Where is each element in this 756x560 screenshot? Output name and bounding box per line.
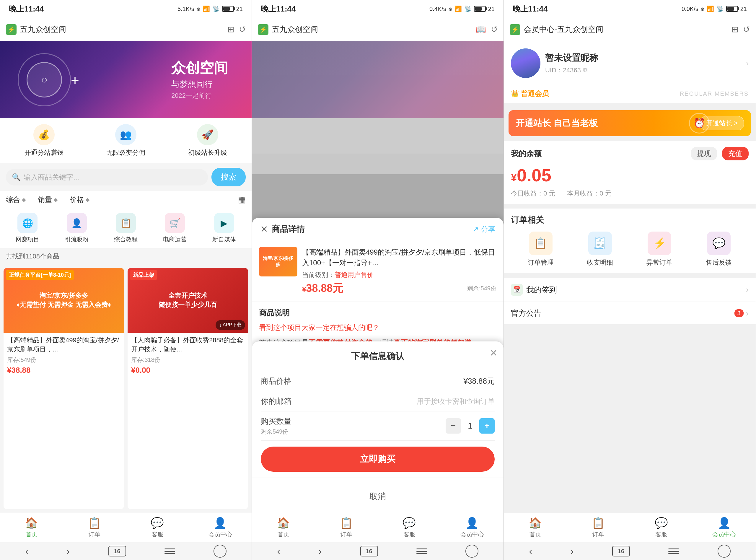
price-value: 38.88元 [306, 282, 343, 294]
battery-pct-1: 21 [236, 6, 243, 13]
refresh-icon[interactable]: ↺ [239, 24, 246, 34]
nav-home-3[interactable]: 🏠 首页 [504, 517, 567, 538]
back-btn-1[interactable]: ‹ [25, 546, 28, 557]
hero-banner: ○ + 众创空间 与梦想同行 2022一起前行 [0, 41, 252, 118]
app-download-btn[interactable]: ↓ APP下载 [216, 320, 245, 330]
refresh-icon-2[interactable]: ↺ [491, 24, 497, 34]
bar-icons-3[interactable]: ⊞ ↺ [732, 24, 750, 34]
order-close-btn[interactable]: ✕ [490, 347, 497, 359]
nav-home-2[interactable]: 🏠 首页 [252, 517, 315, 538]
after-sale-item[interactable]: 💬 售后反馈 [706, 232, 732, 267]
balance-label: 我的余额 [511, 148, 542, 159]
address-bar-3: ⚡ 会员中心-五九众创空间 ⊞ ↺ [504, 18, 756, 41]
grid-view-icon[interactable]: ▦ [238, 195, 246, 204]
cat-meiti-label: 新自媒体 [212, 235, 236, 243]
forward-btn-1[interactable]: › [67, 546, 70, 557]
cat-jiaocheng[interactable]: 📋 综合教程 [101, 213, 150, 243]
abnormal-order-icon: ⚡ [648, 232, 671, 255]
search-icon: 🔍 [12, 173, 21, 181]
balance-section: 我的余额 提现 充值 ¥0.05 今日收益：0 元 本月收益：0 元 [504, 141, 756, 204]
status-icons-2: 0.4K/s ⎈ 📶 📡 21 [429, 5, 495, 13]
product-card-2[interactable]: 新品上架 全套开户技术随便接一单少少几百 ↓ APP下载 【人肉骗子必备】外面收… [127, 268, 248, 509]
time-3: 晚上11:44 [513, 4, 548, 14]
action-upgrade[interactable]: 🚀 初级站长升级 [167, 124, 249, 157]
cat-wangzhuan-label: 网赚项目 [16, 235, 39, 243]
banner-circle-inner: ○ [26, 62, 62, 98]
back-btn-2[interactable]: ‹ [277, 546, 280, 557]
qty-minus-btn[interactable]: − [446, 418, 461, 434]
cancel-button[interactable]: 取消 [258, 486, 497, 507]
bookmark-icon-3[interactable]: ⊞ [732, 24, 738, 34]
nav-home-1[interactable]: 🏠 首页 [0, 517, 63, 538]
battery-pct-3: 21 [740, 6, 747, 13]
modal-title-row: ✕ 商品详情 [260, 224, 305, 235]
nav-member-2[interactable]: 👤 会员中心 [441, 517, 504, 538]
bookmark-icon[interactable]: ⊞ [227, 24, 234, 34]
sign-in-row[interactable]: 📅 我的签到 › [504, 278, 756, 302]
email-placeholder[interactable]: 用于接收卡密和查询订单 [417, 397, 495, 406]
cat-meiti[interactable]: ▶ 新自媒体 [200, 213, 249, 243]
nav-order-3[interactable]: 📋 订单 [567, 517, 630, 538]
modal-share-btn[interactable]: ↗ 分享 [473, 224, 495, 234]
nav-order-1[interactable]: 📋 订单 [63, 517, 126, 538]
product-grid: 正规任务平台[一单8-10元] 淘宝/京东/拼多多♦无需垫付 无需押金 无需入会… [0, 264, 252, 513]
balance-actions: 提现 充值 [691, 147, 749, 160]
announcement-row[interactable]: 官方公告 3 › [504, 302, 756, 324]
nav-home-label-2: 首页 [278, 531, 289, 538]
cat-wangzhuan[interactable]: 🌐 网赚项目 [3, 213, 52, 243]
member-arrow-icon[interactable]: › [746, 59, 749, 68]
menu-btn-1[interactable] [164, 548, 175, 554]
search-button[interactable]: 搜索 [211, 168, 246, 186]
search-input-wrapper[interactable]: 🔍 输入商品关键字... [6, 169, 208, 185]
home-gesture-3[interactable] [718, 545, 731, 558]
nav-order-2[interactable]: 📋 订单 [315, 517, 378, 538]
nav-service-2[interactable]: 💬 客服 [378, 517, 441, 538]
network-speed-2: 0.4K/s [429, 6, 446, 13]
currency-symbol: ¥ [511, 172, 517, 184]
battery-3 [726, 6, 738, 12]
modal-header: ✕ 商品详情 ↗ 分享 [252, 218, 504, 241]
filter-price[interactable]: 价格 ◆ [70, 195, 90, 204]
nav-service-3[interactable]: 💬 客服 [630, 517, 693, 538]
bar-icons-1[interactable]: ⊞ ↺ [227, 24, 246, 34]
copy-icon[interactable]: ⧉ [583, 67, 587, 74]
abnormal-order-item[interactable]: ⚡ 异常订单 [647, 232, 672, 267]
buy-now-button[interactable]: 立即购买 [261, 446, 495, 472]
filter-comprehensive-label: 综合 [6, 195, 20, 204]
menu-btn-2[interactable] [416, 548, 427, 554]
withdraw-btn[interactable]: 提现 [691, 147, 717, 160]
nav-member-1[interactable]: 👤 会员中心 [189, 517, 252, 538]
tab-count-2[interactable]: 16 [360, 546, 378, 557]
balance-amount: ¥0.05 [511, 165, 749, 185]
open-station-banner[interactable]: 开通站长 自己当老板 ⏰ 开通站长 > [509, 110, 751, 136]
clock-icon: ⏰ [689, 113, 710, 134]
product-detail-title: 【高端精品】外面卖499的淘宝/拼夕夕/京东刷单项目，低保日入100+【一对一指… [302, 247, 496, 268]
filter-comprehensive[interactable]: 综合 ◆ [6, 195, 26, 204]
modal-close-btn[interactable]: ✕ [260, 224, 268, 235]
order-manage-item[interactable]: 📋 订单管理 [528, 232, 554, 267]
nav-member-3[interactable]: 👤 会员中心 [693, 517, 756, 538]
tab-count-3[interactable]: 16 [612, 546, 630, 557]
action-split[interactable]: 👥 无限裂变分佣 [85, 124, 167, 157]
cat-dianshang[interactable]: 🛒 电商运营 [150, 213, 199, 243]
filter-sales[interactable]: 销量 ◆ [38, 195, 58, 204]
action-earn[interactable]: 💰 开通分站赚钱 [3, 124, 85, 157]
income-detail-item[interactable]: 🧾 收支明细 [587, 232, 613, 267]
cat-yinliu[interactable]: 👤 引流吸粉 [52, 213, 101, 243]
nav-service-1[interactable]: 💬 客服 [126, 517, 189, 538]
qty-plus-btn[interactable]: + [479, 418, 495, 434]
forward-btn-3[interactable]: › [571, 546, 574, 557]
banner-year: 2022一起前行 [171, 91, 228, 100]
forward-btn-2[interactable]: › [319, 546, 322, 557]
home-gesture-2[interactable] [465, 545, 478, 558]
refresh-icon-3[interactable]: ↺ [743, 24, 750, 34]
tab-count-1[interactable]: 16 [108, 546, 126, 557]
product-card-1[interactable]: 正规任务平台[一单8-10元] 淘宝/京东/拼多多♦无需垫付 无需押金 无需入会… [3, 268, 124, 509]
menu-btn-3[interactable] [668, 548, 679, 554]
product-img-taobao: 正规任务平台[一单8-10元] 淘宝/京东/拼多多♦无需垫付 无需押金 无需入会… [3, 268, 124, 333]
recharge-btn[interactable]: 充值 [722, 147, 749, 160]
bar-icons-2[interactable]: 📖 ↺ [476, 24, 497, 34]
book-icon-2[interactable]: 📖 [476, 24, 486, 34]
home-gesture-1[interactable] [213, 545, 226, 558]
back-btn-3[interactable]: ‹ [529, 546, 532, 557]
